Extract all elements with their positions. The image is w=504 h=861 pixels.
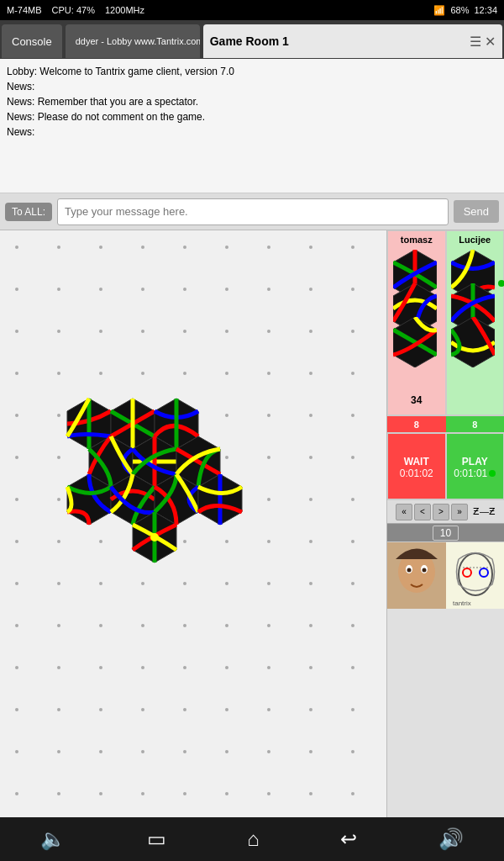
back-button[interactable]: ↩ bbox=[340, 827, 357, 851]
svg-point-25 bbox=[423, 568, 427, 573]
player2-status-col: PLAY 0:01:01 bbox=[446, 433, 505, 499]
game-area: tomasz bbox=[0, 230, 504, 817]
time-display: 12:34 bbox=[474, 5, 497, 15]
player2-status: PLAY bbox=[462, 456, 488, 467]
send-button[interactable]: Send bbox=[454, 200, 499, 223]
tab-bar: Console ddyer - Lobby www.Tantrix.com Ga… bbox=[0, 20, 504, 59]
avatar2-image: tantrix bbox=[446, 542, 505, 609]
svg-point-13 bbox=[150, 533, 159, 541]
player1-badge: 8 bbox=[414, 420, 419, 430]
freq-indicator: 1200MHz bbox=[105, 5, 144, 15]
player2-time: 0:01:01 bbox=[454, 467, 487, 479]
round-badge: 10 bbox=[433, 526, 459, 541]
next-button[interactable]: > bbox=[433, 504, 449, 520]
tab-gameroom[interactable]: Game Room 1 ☰ ✕ bbox=[203, 24, 502, 58]
volume-button[interactable]: 🔈 bbox=[40, 827, 66, 851]
svg-point-24 bbox=[407, 568, 412, 573]
bottom-nav: 🔈 ▭ ⌂ ↩ 🔊 bbox=[0, 817, 504, 861]
player2-badge: 8 bbox=[472, 420, 477, 430]
tab-lobby-label: ddyer - Lobby www.Tantrix.com bbox=[76, 36, 200, 46]
status-row: WAIT 0:01:02 PLAY 0:01:01 bbox=[387, 432, 504, 499]
player2-name: Lucijee bbox=[459, 235, 491, 245]
chat-msg-3: News: Remember that you are a spectator. bbox=[7, 94, 497, 109]
chat-msg-5: News: bbox=[7, 124, 497, 140]
recipient-label: To ALL: bbox=[5, 203, 52, 221]
tab-gameroom-label: Game Room 1 bbox=[210, 34, 289, 48]
player1-status-col: WAIT 0:01:02 bbox=[387, 433, 446, 499]
tab-console-label: Console bbox=[12, 35, 52, 48]
avatar-row: tantrix bbox=[387, 541, 504, 609]
tab-menu-button[interactable]: ☰ bbox=[470, 34, 481, 50]
board-area[interactable] bbox=[0, 230, 386, 817]
score-badges-row: 8 8 bbox=[387, 415, 504, 432]
avatar1-image bbox=[387, 542, 446, 609]
player-tomasz: tomasz bbox=[387, 230, 446, 415]
player1-time: 0:01:02 bbox=[400, 467, 433, 479]
wifi-icon: 📶 bbox=[433, 5, 445, 16]
overview-button[interactable]: ▭ bbox=[147, 827, 166, 851]
play-dot bbox=[489, 470, 496, 477]
player1-status: WAIT bbox=[404, 456, 429, 467]
status-bar: M-74MB CPU: 47% 1200MHz 📶 68% 12:34 bbox=[0, 0, 504, 20]
volume-up-button[interactable]: 🔊 bbox=[438, 827, 464, 851]
player2-indicator bbox=[498, 280, 504, 287]
cpu-indicator: CPU: 47% bbox=[52, 5, 95, 15]
main-area: Lobby: Welcome to Tantrix game client, v… bbox=[0, 59, 504, 817]
avatar2: tantrix bbox=[446, 542, 505, 609]
players-row: tomasz bbox=[387, 230, 504, 415]
player1-score: 34 bbox=[411, 394, 422, 406]
player-lucijee: Lucijee bbox=[446, 230, 505, 415]
memory-indicator: M-74MB bbox=[7, 5, 42, 15]
prev-button[interactable]: < bbox=[414, 504, 431, 520]
battery-indicator: 68% bbox=[450, 5, 469, 15]
round-row: 10 bbox=[387, 523, 504, 541]
chat-msg-1: Lobby: Welcome to Tantrix game client, v… bbox=[7, 64, 497, 79]
svg-text:tantrix: tantrix bbox=[453, 600, 471, 607]
controls-row: « < > » Ƶ—Ƶ bbox=[387, 499, 504, 523]
chat-msg-4: News: Please do not comment on the game. bbox=[7, 109, 497, 124]
message-input[interactable] bbox=[57, 198, 449, 225]
board-tiles bbox=[42, 382, 311, 621]
avatar1 bbox=[387, 542, 446, 609]
tantrix-board bbox=[42, 382, 311, 617]
tile-stack-1c bbox=[393, 317, 437, 367]
tab-console[interactable]: Console bbox=[2, 24, 62, 58]
home-button[interactable]: ⌂ bbox=[247, 827, 260, 851]
tab-lobby[interactable]: ddyer - Lobby www.Tantrix.com bbox=[66, 24, 200, 58]
tile-stack-2c bbox=[451, 317, 495, 367]
tab-close-button[interactable]: ✕ bbox=[485, 34, 496, 50]
chat-msg-2: News: bbox=[7, 79, 497, 94]
message-bar: To ALL: Send bbox=[0, 193, 504, 230]
right-panel: tomasz bbox=[386, 230, 504, 817]
skip-back-button[interactable]: « bbox=[396, 504, 412, 520]
player1-name: tomasz bbox=[401, 235, 433, 245]
chat-log: Lobby: Welcome to Tantrix game client, v… bbox=[0, 59, 504, 193]
skip-forward-button[interactable]: » bbox=[451, 504, 468, 520]
zoom-controls: Ƶ—Ƶ bbox=[473, 506, 496, 517]
